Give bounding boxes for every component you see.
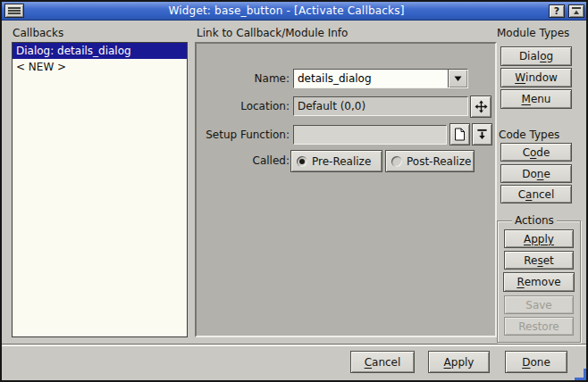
setup-function-label: Setup Function: (197, 129, 290, 141)
widget-callbacks-window: Widget: base_button - [Activate Callback… (0, 0, 588, 382)
code-type-done-button[interactable]: Done (500, 164, 572, 183)
action-save-button[interactable]: Save (504, 295, 574, 314)
bottom-button-bar (2, 345, 586, 380)
help-button[interactable]: ? (549, 4, 565, 18)
module-types-label: Module Types (497, 27, 569, 39)
setup-function-input[interactable] (293, 125, 447, 145)
radio-option-label: Post-Realize (407, 155, 471, 168)
radio-icon (297, 156, 307, 167)
location-label: Location: (197, 100, 290, 112)
code-type-cancel-button[interactable]: Cancel (500, 185, 572, 203)
callbacks-listbox: Dialog: details_dialog < NEW > (12, 42, 188, 337)
resize-grip[interactable] (575, 369, 586, 380)
insert-function-button[interactable] (472, 123, 492, 145)
location-input[interactable] (293, 96, 468, 116)
callback-list-item-new[interactable]: < NEW > (13, 59, 187, 75)
new-function-button[interactable] (449, 123, 470, 145)
module-type-dialog-button[interactable]: Dialog (500, 46, 572, 66)
module-type-window-button[interactable]: Window (500, 68, 572, 87)
callback-list-item[interactable]: Dialog: details_dialog (13, 43, 187, 59)
name-dropdown-button[interactable] (448, 70, 467, 87)
info-panel: Name: Location: Setup Function: (195, 42, 497, 337)
window-menu-icon (8, 6, 21, 15)
shade-icon (572, 7, 581, 15)
shade-button[interactable] (568, 4, 584, 18)
titlebar[interactable]: Widget: base_button - [Activate Callback… (2, 2, 586, 21)
actions-group-label: Actions (512, 214, 557, 227)
code-type-code-button[interactable]: Code (500, 143, 572, 162)
move-icon (475, 100, 488, 113)
name-input[interactable] (294, 70, 448, 87)
called-label: Called: (197, 154, 290, 167)
radio-option-pre-realize[interactable]: Pre-Realize (290, 150, 382, 172)
dropdown-arrow-icon (454, 75, 462, 82)
callbacks-label: Callbacks (13, 27, 63, 39)
module-type-menu-button[interactable]: Menu (500, 89, 572, 109)
radio-icon (391, 156, 402, 167)
action-reset-button[interactable]: Reset (504, 251, 574, 270)
code-types-label: Code Types (499, 129, 559, 141)
radio-option-post-realize[interactable]: Post-Realize (385, 150, 475, 172)
bottom-cancel-button[interactable]: Cancel (350, 351, 415, 373)
action-apply-button[interactable]: Apply (504, 229, 574, 248)
actions-group: Actions Apply Reset Remove Save Restore (497, 220, 581, 343)
down-arrow-from-bar-icon (476, 129, 488, 140)
info-panel-label: Link to Callback/Module Info (197, 27, 348, 39)
action-remove-button[interactable]: Remove (503, 272, 575, 292)
move-location-button[interactable] (470, 96, 491, 118)
name-combo (293, 69, 468, 88)
new-file-icon (454, 128, 466, 141)
action-restore-button[interactable]: Restore (504, 317, 574, 336)
window-title: Widget: base_button - [Activate Callback… (26, 4, 547, 17)
bottom-done-button[interactable]: Done (505, 351, 567, 373)
window-menu-button[interactable] (4, 4, 24, 18)
bottom-apply-button[interactable]: Apply (428, 351, 490, 373)
name-label: Name: (197, 72, 290, 85)
radio-option-label: Pre-Realize (312, 155, 371, 168)
